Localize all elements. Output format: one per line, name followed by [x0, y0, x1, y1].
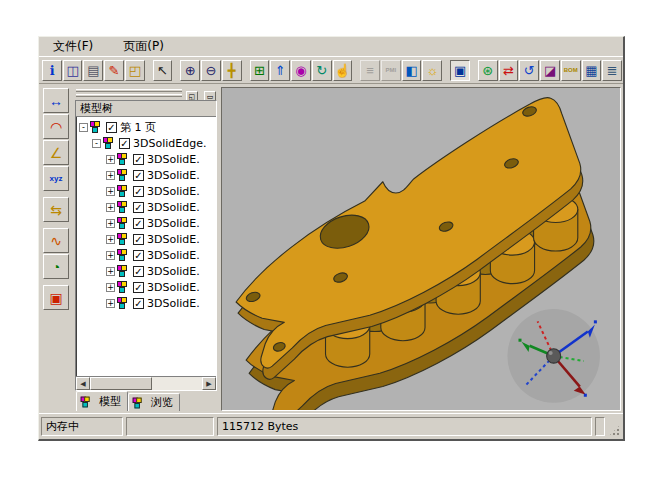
toolbar-button-model-tree-toggle[interactable]: ≣ [602, 60, 622, 81]
side-button-dim-coordinate[interactable]: xyz [43, 166, 69, 191]
tree-row-solid[interactable]: + ✓ 3DSolidE. [76, 231, 216, 247]
side-button-dim-angle[interactable]: ∠ [43, 140, 69, 165]
toolbar-button-print[interactable]: ▤ [83, 60, 103, 81]
toolbar-button-info[interactable]: ℹ [42, 60, 62, 81]
viewport-3d[interactable] [221, 87, 621, 411]
visibility-checkbox[interactable]: ✓ [119, 138, 130, 149]
panel-grip[interactable]: ◱ ▭ [75, 87, 217, 99]
visibility-checkbox[interactable]: ✓ [133, 250, 144, 261]
side-button-dim-volume[interactable]: ▣ [43, 285, 69, 310]
tree-row-solid[interactable]: + ✓ 3DSolidE. [76, 247, 216, 263]
visibility-checkbox[interactable]: ✓ [133, 298, 144, 309]
zoom-out-icon: ⊖ [206, 64, 217, 77]
tab-browse[interactable]: 浏览 [128, 393, 180, 411]
tree-row-solid[interactable]: + ✓ 3DSolidE. [76, 151, 216, 167]
toolbar-button-bom[interactable]: BOM [561, 60, 581, 81]
tree-row-solid[interactable]: + ✓ 3DSolidE. [76, 183, 216, 199]
toolbar-button-light[interactable]: ☼ [422, 60, 442, 81]
expand-icon[interactable]: + [106, 251, 115, 260]
toolbar-button-cube-view[interactable]: ◧ [402, 60, 422, 81]
tree-row-solid[interactable]: + ✓ 3DSolidE. [76, 295, 216, 311]
toolbar-button-move-part[interactable]: ⇄ [499, 60, 519, 81]
tree-row-solid[interactable]: + ✓ 3DSolidE. [76, 167, 216, 183]
main-area: ↔ ◠ ∠ xyz ⇆ ∿ [39, 84, 623, 413]
tree-row-solid[interactable]: + ✓ 3DSolidE. [76, 279, 216, 295]
tab-model[interactable]: 模型 [76, 391, 128, 411]
side-button-dim-distance[interactable]: ⇆ [43, 197, 69, 222]
visibility-checkbox[interactable]: ✓ [133, 170, 144, 181]
tree-frame: 模型树 - ✓ 第 1 页 - ✓ 3DSolidEdge. [75, 100, 217, 391]
tree-horizontal-scrollbar[interactable]: ◀ ▶ [76, 376, 216, 390]
toolbar-button-page-layout[interactable]: ▣ [450, 60, 470, 81]
expand-icon[interactable]: + [106, 171, 115, 180]
expand-icon[interactable]: + [106, 203, 115, 212]
toolbar-button-refresh-view[interactable]: ↻ [312, 60, 332, 81]
menu-item-page[interactable]: 页面(P) [121, 37, 166, 56]
expand-icon[interactable]: - [79, 123, 88, 132]
visibility-checkbox[interactable]: ✓ [133, 266, 144, 277]
orientation-ball[interactable] [507, 309, 599, 403]
expand-icon[interactable]: + [106, 283, 115, 292]
info-icon: ℹ [49, 64, 54, 77]
toolbar-button-print-preview[interactable]: ◫ [63, 60, 83, 81]
toolbar-button-pan[interactable]: ╋ [222, 60, 242, 81]
side-button-dim-area[interactable]: ◔ [43, 254, 69, 279]
toolbar-button-zoom-window[interactable]: ⊞ [250, 60, 270, 81]
export-image-icon: ◰ [129, 64, 141, 77]
toolbar-button-zoom-out[interactable]: ⊖ [201, 60, 221, 81]
side-button-dim-linear[interactable]: ↔ [43, 88, 69, 113]
menu-item-file[interactable]: 文件(F) [51, 37, 95, 56]
solid-icon [117, 185, 130, 197]
side-button-dim-radius[interactable]: ◠ [43, 114, 69, 139]
tree-row-solid[interactable]: + ✓ 3DSolidE. [76, 215, 216, 231]
toolbar-button-zoom-select[interactable]: ⇑ [270, 60, 290, 81]
scrollbar-thumb[interactable] [90, 377, 152, 390]
tree-row-label: 3DSolidE. [147, 169, 200, 182]
scroll-left-button[interactable]: ◀ [76, 377, 90, 390]
dim-distance-icon: ⇆ [50, 203, 62, 217]
tree-row-assembly[interactable]: - ✓ 3DSolidEdge. [76, 135, 216, 151]
visibility-checkbox[interactable]: ✓ [133, 218, 144, 229]
tree-row-page[interactable]: - ✓ 第 1 页 [76, 119, 216, 135]
toolbar-button-solid-box[interactable]: ◪ [540, 60, 560, 81]
panel-tabs: 模型 浏览 [75, 391, 217, 411]
expand-icon[interactable]: + [106, 155, 115, 164]
visibility-checkbox[interactable]: ✓ [106, 122, 117, 133]
tree-row-solid[interactable]: + ✓ 3DSolidE. [76, 263, 216, 279]
expand-icon[interactable]: + [106, 299, 115, 308]
expand-icon[interactable]: + [106, 235, 115, 244]
toolbar-button-zoom-in[interactable]: ⊕ [180, 60, 200, 81]
application-window: 文件(F) 页面(P) ℹ ◫ ▤ ✎ ◰ [38, 36, 625, 441]
expand-icon[interactable]: + [106, 187, 115, 196]
tree-row-solid[interactable]: + ✓ 3DSolidE. [76, 199, 216, 215]
tab-browse-icon [133, 397, 145, 408]
expand-icon[interactable]: - [92, 139, 101, 148]
expand-icon[interactable]: + [106, 267, 115, 276]
visibility-checkbox[interactable]: ✓ [133, 282, 144, 293]
scrollbar-track[interactable] [152, 377, 202, 390]
pan-hand-icon: ☝ [334, 64, 350, 77]
visibility-checkbox[interactable]: ✓ [133, 154, 144, 165]
expand-icon[interactable]: + [106, 219, 115, 228]
toolbar-button-pan-hand[interactable]: ☝ [333, 60, 353, 81]
status-field-2 [126, 417, 214, 436]
toolbar-button-markup-pen[interactable]: ✎ [104, 60, 124, 81]
toolbar-button-select-cursor[interactable]: ↖ [153, 60, 173, 81]
status-file-size: 115712 Bytes [217, 417, 592, 436]
toolbar-button-layers[interactable]: ≡ [360, 60, 380, 81]
toolbar-button-pmi[interactable]: PMI [381, 60, 401, 81]
visibility-checkbox[interactable]: ✓ [133, 186, 144, 197]
toolbar-button-assembly-axes[interactable]: ⊛ [478, 60, 498, 81]
visibility-checkbox[interactable]: ✓ [133, 234, 144, 245]
tree-children: + ✓ 3DSolidE. + ✓ 3DSolidE. [76, 151, 216, 311]
scroll-right-button[interactable]: ▶ [202, 377, 216, 390]
side-button-dim-curve[interactable]: ∿ [43, 228, 69, 253]
viewport-canvas [222, 88, 620, 410]
toolbar-button-export-image[interactable]: ◰ [125, 60, 145, 81]
resize-grip[interactable] [608, 424, 621, 437]
visibility-checkbox[interactable]: ✓ [133, 202, 144, 213]
tree-panel-title: 模型树 [76, 101, 216, 117]
toolbar-button-rotate-part[interactable]: ↺ [519, 60, 539, 81]
toolbar-button-report-table[interactable]: ▦ [582, 60, 602, 81]
toolbar-button-orbit-rotate[interactable]: ◉ [291, 60, 311, 81]
